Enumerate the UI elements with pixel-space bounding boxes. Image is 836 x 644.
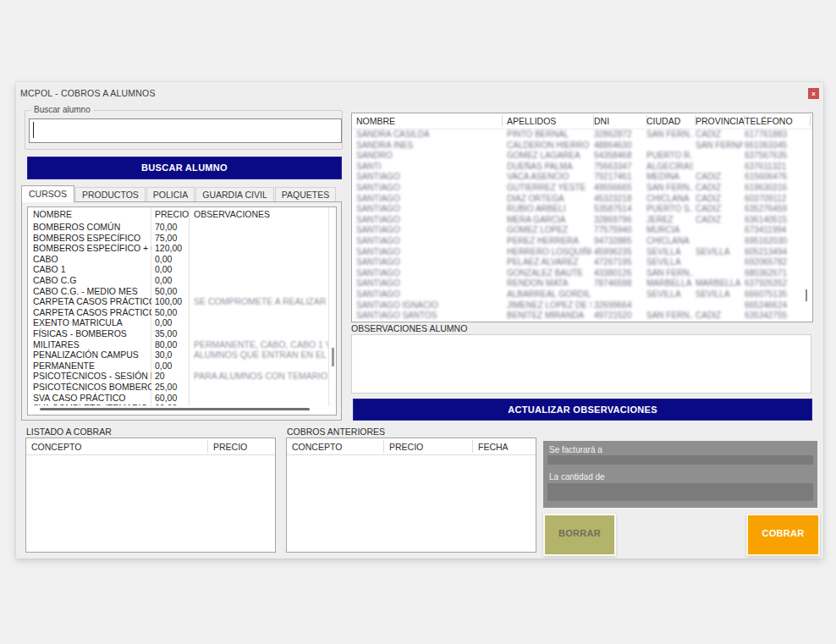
course-row[interactable]: BOMBEROS ESPECÍFICO75,00 bbox=[28, 233, 328, 244]
course-vertical-scrollbar[interactable] bbox=[328, 207, 336, 406]
course-list[interactable]: NOMBRE PRECIO OBSERVACIONES BOMBEROS COM… bbox=[27, 206, 337, 416]
se-facturara-input[interactable] bbox=[547, 455, 813, 465]
student-telefono: 615606476 bbox=[745, 172, 808, 183]
course-row[interactable]: CARPETA CASOS PRÁCTICOS100,00SE COMPROME… bbox=[28, 296, 328, 307]
student-dni: 32869796 bbox=[594, 215, 645, 226]
course-row[interactable]: EXENTO MATRICULA0,00 bbox=[28, 317, 328, 328]
students-col-dni: DNI bbox=[594, 116, 609, 126]
student-row[interactable]: SANTIAGO SANTOSBENITEZ MIRANDA49721520SA… bbox=[352, 311, 812, 322]
column-divider bbox=[502, 115, 503, 126]
tab-paquetes[interactable]: PAQUETES bbox=[275, 187, 336, 202]
course-name: EXENTO MATRICULA bbox=[33, 317, 151, 328]
scrollbar-thumb[interactable] bbox=[332, 348, 334, 366]
student-row[interactable]: SANDROGOMEZ LAGAREA54358468PUERTO R...63… bbox=[352, 151, 812, 162]
students-scrollbar-thumb[interactable] bbox=[806, 289, 807, 301]
student-row[interactable]: SANDRA INESCALDERON HIERRO48864630SAN FE… bbox=[352, 140, 812, 151]
student-apellidos: MERA GARCIA bbox=[507, 215, 591, 226]
student-row[interactable]: SANTIAGOPEREZ HERRERA94732885CHICLANA695… bbox=[352, 236, 812, 247]
course-row[interactable]: MILITARES80,00PERMANENTE, CABO, CABO 1 Y bbox=[28, 339, 328, 350]
student-row[interactable]: SANTIAGOALBARREAL GORDILLOSEVILLASEVILLA… bbox=[352, 289, 812, 300]
student-provincia: SAN FERNA... bbox=[696, 140, 742, 151]
search-group-label: Buscar alumno bbox=[31, 105, 93, 114]
course-row[interactable]: PSICOTÉCNICOS - SESIÓN EXTRA20PARA ALUMN… bbox=[28, 371, 328, 382]
tab-policia[interactable]: POLICIA bbox=[146, 187, 195, 202]
window-title: MCPOL - COBROS A ALUMNOS bbox=[20, 88, 156, 98]
course-price: 0,00 bbox=[155, 361, 172, 372]
student-row[interactable]: SANTIAGOGONZALEZ BAUTE43380126SAN FERN..… bbox=[352, 268, 812, 279]
cobros-header: CONCEPTO PRECIO FECHA bbox=[287, 438, 536, 455]
student-dni: 32862872 bbox=[594, 129, 645, 140]
student-nombre: SANTIAGO bbox=[356, 257, 504, 268]
student-ciudad: SAN FERN... bbox=[646, 268, 693, 279]
cobros-col-concepto: CONCEPTO bbox=[292, 442, 342, 452]
course-row[interactable]: FÍSICAS - BOMBEROS35,00 bbox=[28, 328, 328, 339]
course-row[interactable]: BOMBEROS COMÚN70,00 bbox=[28, 222, 328, 233]
listado-a-cobrar-table[interactable]: CONCEPTO PRECIO bbox=[25, 438, 276, 553]
course-row[interactable]: CABO0,00 bbox=[28, 254, 328, 265]
students-table[interactable]: NOMBREAPELLIDOSDNICIUDADPROVINCIATELÉFON… bbox=[351, 113, 813, 322]
tab-panel-cursos: NOMBRE PRECIO OBSERVACIONES BOMBEROS COM… bbox=[21, 201, 342, 421]
course-horizontal-scrollbar[interactable] bbox=[40, 408, 310, 410]
student-telefono: 692065782 bbox=[745, 257, 808, 268]
cobrar-button[interactable]: COBRAR bbox=[746, 514, 820, 556]
course-row[interactable]: BOMBEROS ESPECÍFICO + COMÚN120,00 bbox=[28, 243, 328, 254]
course-row[interactable]: SVA CASO PRÁCTICO60,00 bbox=[28, 393, 328, 404]
student-nombre: SANTIAGO IGNACIO bbox=[356, 300, 504, 311]
student-dni: 43380126 bbox=[594, 268, 645, 279]
student-nombre: SANTIAGO bbox=[356, 236, 504, 247]
student-row[interactable]: SANTIAGORENDON MATA78746598MARBELLAMARBE… bbox=[352, 278, 812, 289]
students-col-provincia: PROVINCIA bbox=[696, 116, 745, 126]
column-divider bbox=[472, 440, 473, 453]
course-row[interactable]: CABO C.G. - MEDIO MES50,00 bbox=[28, 286, 328, 297]
student-row[interactable]: SANTIAGOGUTIERREZ YESTE49556665SAN FERN.… bbox=[352, 183, 812, 194]
course-observation: ALUMNOS QUE ENTRAN EN EL CAMPU bbox=[194, 350, 328, 361]
student-row[interactable]: SANDRA CASILDAPINTO BERNAL32862872SAN FE… bbox=[352, 129, 812, 140]
observaciones-textarea[interactable] bbox=[351, 334, 811, 394]
student-ciudad: SEVILLA bbox=[646, 247, 693, 258]
student-row[interactable]: SANTIAGOHERRERO LOSQUIÑO45996235SEVILLAS… bbox=[352, 247, 812, 258]
course-row[interactable]: SVA COMPLETO (TEMARIO-CASO...90,00 bbox=[28, 403, 328, 405]
course-row[interactable]: CABO 10,00 bbox=[28, 264, 328, 275]
student-row[interactable]: SANTIAGORUBIO ARBELI53587514PUERTO S...C… bbox=[352, 204, 812, 215]
cobros-anteriores-table[interactable]: CONCEPTO PRECIO FECHA bbox=[286, 438, 536, 553]
student-row[interactable]: SANTIAGO IGNACIOJIMENEZ LOPEZ DE S...326… bbox=[352, 300, 812, 311]
course-price: 0,00 bbox=[155, 254, 172, 265]
course-name: SVA COMPLETO (TEMARIO-CASO... bbox=[33, 403, 151, 405]
student-row[interactable]: SANTIAGOPELAEZ ALVAREZ47267195SEVILLA692… bbox=[352, 257, 812, 268]
student-apellidos: CALDERON HIERRO bbox=[507, 140, 591, 151]
course-rows: BOMBEROS COMÚN70,00BOMBEROS ESPECÍFICO75… bbox=[28, 222, 328, 405]
course-row[interactable]: CABO C.G0,00 bbox=[28, 275, 328, 286]
course-row[interactable]: PSICOTÉCNICOS BOMBEROS25,00 bbox=[28, 382, 328, 393]
course-price: 50,00 bbox=[155, 307, 177, 318]
listado-col-precio: PRECIO bbox=[213, 442, 247, 452]
course-row[interactable]: PENALIZACIÓN CAMPUS30,0ALUMNOS QUE ENTRA… bbox=[28, 350, 328, 361]
text-caret bbox=[33, 122, 34, 138]
student-ciudad: CHICLANA bbox=[646, 236, 693, 247]
actualizar-observaciones-button[interactable]: ACTUALIZAR OBSERVACIONES bbox=[353, 399, 812, 421]
observaciones-alumno-label: OBSERVACIONES ALUMNO bbox=[351, 323, 467, 333]
student-dni: 78746598 bbox=[594, 278, 645, 289]
course-row[interactable]: PERMANENTE0,00 bbox=[28, 361, 328, 372]
student-provincia: CADIZ bbox=[696, 183, 742, 194]
student-row[interactable]: SANTIAGODIAZ ORTEGA45323218CHICLANACADIZ… bbox=[352, 194, 812, 205]
student-dni: 47267195 bbox=[594, 257, 645, 268]
student-row[interactable]: SANTIAGOVACA ASENCIO79217461MEDINACADIZ6… bbox=[352, 172, 812, 183]
student-row[interactable]: SANTIDUEÑAS PALMA75663347ALGECIRAS637611… bbox=[352, 162, 812, 173]
buscar-alumno-button[interactable]: BUSCAR ALUMNO bbox=[27, 157, 342, 179]
search-input[interactable] bbox=[29, 118, 342, 143]
course-row[interactable]: CARPETA CASOS PRÁCTICOS - PE...50,00 bbox=[28, 307, 328, 318]
la-cantidad-input[interactable] bbox=[547, 483, 813, 501]
student-telefono: 666075135 bbox=[745, 289, 808, 300]
students-col-telefono: TELÉFONO bbox=[745, 116, 793, 126]
tab-productos[interactable]: PRODUCTOS bbox=[75, 187, 146, 202]
student-row[interactable]: SANTIAGOMERA GARCIA32869796JEREZCADIZ636… bbox=[352, 215, 812, 226]
student-telefono: 617761883 bbox=[745, 129, 808, 140]
student-apellidos: PEREZ HERRERA bbox=[507, 236, 591, 247]
tab-guardia-civil[interactable]: GUARDIA CIVIL bbox=[195, 187, 273, 202]
student-dni: 79217461 bbox=[594, 172, 645, 183]
borrar-button[interactable]: BORRAR bbox=[543, 514, 616, 556]
student-row[interactable]: SANTIAGOGOMEZ LOPEZ77575940MURCIA6734119… bbox=[352, 225, 812, 236]
close-button[interactable]: x bbox=[808, 88, 819, 99]
tab-cursos[interactable]: CURSOS bbox=[21, 185, 74, 202]
student-ciudad: SAN FERN... bbox=[646, 311, 693, 322]
